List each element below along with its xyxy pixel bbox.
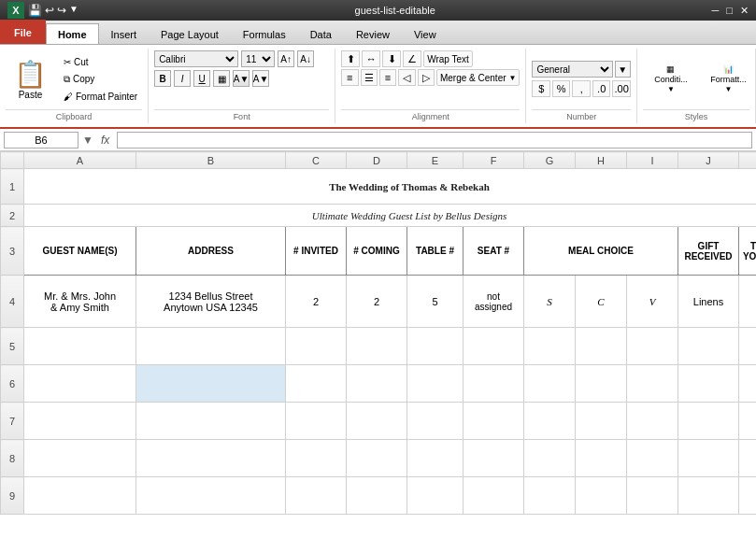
cell-6j[interactable]: [678, 365, 739, 403]
border-button[interactable]: ▦: [213, 70, 230, 87]
cell-7f[interactable]: [464, 403, 524, 440]
cell-6h[interactable]: [576, 365, 627, 403]
cell-4d[interactable]: 2: [347, 276, 407, 328]
cell-7j[interactable]: [678, 403, 739, 440]
col-header-e[interactable]: E: [407, 152, 464, 169]
cell-4e[interactable]: 5: [407, 276, 464, 328]
name-box[interactable]: [4, 132, 78, 149]
underline-button[interactable]: U: [193, 70, 210, 87]
font-color-button[interactable]: A▼: [252, 70, 269, 87]
cell-4h[interactable]: C: [576, 276, 627, 328]
cell-5g[interactable]: [524, 328, 576, 365]
cell-7e[interactable]: [407, 403, 464, 440]
cell-5f[interactable]: [464, 328, 524, 365]
cell-5d[interactable]: [347, 328, 407, 365]
merge-center-dropdown-icon[interactable]: ▼: [509, 74, 517, 82]
cell-3f[interactable]: SEAT #: [464, 227, 524, 276]
cell-5h[interactable]: [576, 328, 627, 365]
font-size-select[interactable]: 11: [241, 50, 275, 67]
cell-3k[interactable]: THANK YOU SENT: [739, 227, 757, 276]
cell-8e[interactable]: [407, 440, 464, 477]
cell-6c[interactable]: [286, 365, 347, 403]
fill-color-button[interactable]: A▼: [233, 70, 250, 87]
cell-7b[interactable]: [136, 403, 286, 440]
cell-5i[interactable]: [627, 328, 678, 365]
conditional-format-button[interactable]: ▦ Conditi... ▼: [643, 62, 699, 96]
col-header-k[interactable]: K: [739, 152, 757, 169]
redo-icon[interactable]: ↪: [57, 4, 66, 17]
cell-5k[interactable]: [739, 328, 757, 365]
decrease-decimal-button[interactable]: .0: [592, 80, 611, 97]
align-left-button[interactable]: ≡: [341, 69, 358, 86]
cell-8a[interactable]: [24, 440, 136, 477]
tab-review[interactable]: Review: [344, 23, 402, 44]
cell-3b[interactable]: ADDRESS: [136, 227, 286, 276]
cell-6f[interactable]: [464, 365, 524, 403]
cell-8b[interactable]: [136, 440, 286, 477]
cell-9h[interactable]: [576, 477, 627, 515]
cell-7d[interactable]: [347, 403, 407, 440]
currency-button[interactable]: $: [532, 80, 550, 97]
cell-6e[interactable]: [407, 365, 464, 403]
tab-formulas[interactable]: Formulas: [231, 23, 298, 44]
cell-5b[interactable]: [136, 328, 286, 365]
align-middle-button[interactable]: ↔: [362, 50, 380, 67]
minimize-icon[interactable]: ─: [712, 5, 720, 17]
increase-decimal-button[interactable]: .00: [612, 80, 631, 97]
cell-8j[interactable]: [678, 440, 739, 477]
col-header-j[interactable]: J: [678, 152, 739, 169]
tab-view[interactable]: View: [402, 23, 449, 44]
cell-5e[interactable]: [407, 328, 464, 365]
cell-9f[interactable]: [464, 477, 524, 515]
wrap-text-button[interactable]: Wrap Text: [423, 50, 473, 67]
italic-button[interactable]: I: [174, 70, 191, 87]
cell-7g[interactable]: [524, 403, 576, 440]
tab-page-layout[interactable]: Page Layout: [149, 23, 231, 44]
align-center-button[interactable]: ☰: [361, 69, 378, 86]
cell-6b[interactable]: [136, 365, 286, 403]
col-header-d[interactable]: D: [347, 152, 407, 169]
tab-home[interactable]: Home: [46, 23, 99, 44]
formula-input[interactable]: [117, 132, 752, 149]
number-format-select[interactable]: General: [532, 61, 612, 78]
cell-4j[interactable]: Linens: [678, 276, 739, 328]
text-angle-button[interactable]: ∠: [403, 50, 421, 67]
cell-4f[interactable]: not assigned: [464, 276, 524, 328]
merge-center-button[interactable]: Merge & Center ▼: [436, 69, 521, 86]
cell-3g-merged[interactable]: MEAL CHOICE: [524, 227, 678, 276]
cell-3d[interactable]: # COMING: [347, 227, 407, 276]
maximize-icon[interactable]: □: [726, 5, 733, 17]
cell-8c[interactable]: [286, 440, 347, 477]
cell-6d[interactable]: [347, 365, 407, 403]
paste-button[interactable]: 📋 Paste: [6, 56, 55, 103]
col-header-f[interactable]: F: [464, 152, 524, 169]
cell-5a[interactable]: [24, 328, 136, 365]
cut-button[interactable]: ✂ Cut: [59, 54, 142, 70]
cell-6g[interactable]: [524, 365, 576, 403]
cell-5j[interactable]: [678, 328, 739, 365]
cell-8h[interactable]: [576, 440, 627, 477]
copy-button[interactable]: ⧉ Copy: [59, 71, 142, 88]
cell-3a[interactable]: GUEST NAME(S): [24, 227, 136, 276]
cell-subtitle[interactable]: Ultimate Wedding Guest List by Bellus De…: [24, 205, 757, 227]
col-header-i[interactable]: I: [627, 152, 678, 169]
cell-8d[interactable]: [347, 440, 407, 477]
cell-4g[interactable]: S: [524, 276, 576, 328]
col-header-c[interactable]: C: [286, 152, 347, 169]
save-icon[interactable]: 💾: [28, 4, 42, 17]
cell-4i[interactable]: V: [627, 276, 678, 328]
cell-8i[interactable]: [627, 440, 678, 477]
cell-3c[interactable]: # INVITED: [286, 227, 347, 276]
tab-insert[interactable]: Insert: [99, 23, 150, 44]
decrease-indent-button[interactable]: ◁: [398, 69, 415, 86]
cell-8k[interactable]: [739, 440, 757, 477]
close-icon[interactable]: ✕: [740, 5, 749, 17]
align-bottom-button[interactable]: ⬇: [382, 50, 401, 67]
cell-9b[interactable]: [136, 477, 286, 515]
percent-button[interactable]: %: [552, 80, 571, 97]
comma-button[interactable]: ,: [572, 80, 591, 97]
cell-4a[interactable]: Mr. & Mrs. John & Amy Smith: [24, 276, 136, 328]
format-as-table-button[interactable]: 📊 Formatt... ▼: [703, 62, 754, 96]
align-top-button[interactable]: ⬆: [341, 50, 360, 67]
cell-9j[interactable]: [678, 477, 739, 515]
